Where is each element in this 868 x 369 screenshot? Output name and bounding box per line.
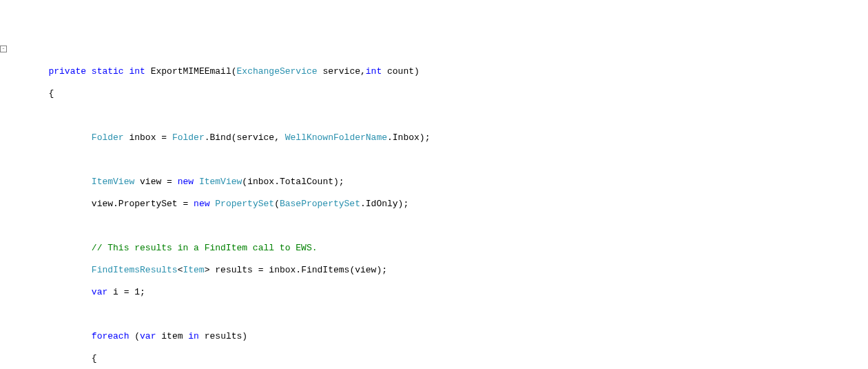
code-line[interactable]: {	[0, 88, 868, 99]
keyword-new: new	[194, 199, 209, 209]
code-line[interactable]: Folder inbox = Folder.Bind(service, Well…	[0, 132, 868, 143]
keyword-private: private	[48, 66, 86, 77]
code-line[interactable]	[0, 154, 868, 166]
identifier: inbox	[129, 132, 156, 143]
type-folder: Folder	[172, 132, 205, 143]
param: service	[322, 66, 360, 77]
type-exchangeservice: ExchangeService	[237, 66, 318, 77]
keyword-var: var	[140, 331, 156, 341]
code-line[interactable]: foreach (var item in results)	[0, 331, 868, 342]
identifier: service	[237, 132, 275, 143]
type-item: Item	[183, 265, 204, 275]
code-line[interactable]	[0, 221, 868, 232]
member: PropertySet	[118, 199, 178, 209]
identifier: view	[355, 265, 376, 275]
type-basepropertyset: BasePropertySet	[280, 199, 360, 209]
literal: 1	[134, 287, 140, 297]
identifier: results	[205, 331, 242, 341]
keyword-int: int	[366, 66, 382, 77]
keyword-foreach: foreach	[92, 331, 130, 341]
code-line[interactable]: view.PropertySet = new PropertySet(BaseP…	[0, 199, 868, 210]
code-line[interactable]: var i = 1;	[0, 287, 868, 298]
identifier: i	[113, 287, 118, 297]
code-line[interactable]: private static int ExportMIMEEmail(Excha…	[0, 66, 868, 77]
code-line[interactable]	[0, 309, 868, 320]
member: IdOnly	[366, 199, 398, 209]
code-line[interactable]: ItemView view = new ItemView(inbox.Total…	[0, 177, 868, 188]
method: FindItems	[301, 265, 349, 275]
type-wellknownfoldername: WellKnownFolderName	[285, 132, 387, 143]
member: Inbox	[393, 132, 420, 143]
type-folder: Folder	[92, 132, 124, 143]
code-line[interactable]: FindItemsResults<Item> results = inbox.F…	[0, 265, 868, 276]
type-propertyset: PropertySet	[215, 199, 274, 209]
code-line[interactable]	[0, 110, 868, 121]
identifier: view	[140, 177, 161, 187]
member: TotalCount	[280, 177, 333, 187]
keyword-var: var	[92, 287, 107, 297]
identifier: view	[92, 199, 113, 209]
identifier: inbox	[247, 177, 274, 187]
method: Bind	[210, 132, 231, 143]
type-itemview: ItemView	[199, 177, 242, 187]
keyword-new: new	[178, 177, 194, 187]
identifier: results	[215, 265, 253, 275]
identifier: item	[161, 331, 183, 341]
keyword-in: in	[188, 331, 199, 341]
type-itemview: ItemView	[92, 177, 134, 187]
code-editor[interactable]: - private static int ExportMIMEEmail(Exc…	[0, 44, 868, 369]
brace: {	[48, 88, 54, 99]
code-line[interactable]: {	[0, 353, 868, 364]
code-line[interactable]: // This results in a FindItem call to EW…	[0, 243, 868, 254]
keyword-static: static	[92, 66, 124, 77]
comment: // This results in a FindItem call to EW…	[92, 243, 318, 253]
outline-collapse-marker[interactable]: -	[0, 46, 7, 52]
indent	[6, 66, 48, 77]
method-name: ExportMIMEEmail	[151, 66, 231, 77]
keyword-int: int	[129, 66, 145, 77]
type-finditemsresults: FindItemsResults	[92, 265, 178, 275]
brace: {	[92, 353, 97, 363]
identifier: inbox	[269, 265, 296, 275]
param: count	[387, 66, 414, 77]
